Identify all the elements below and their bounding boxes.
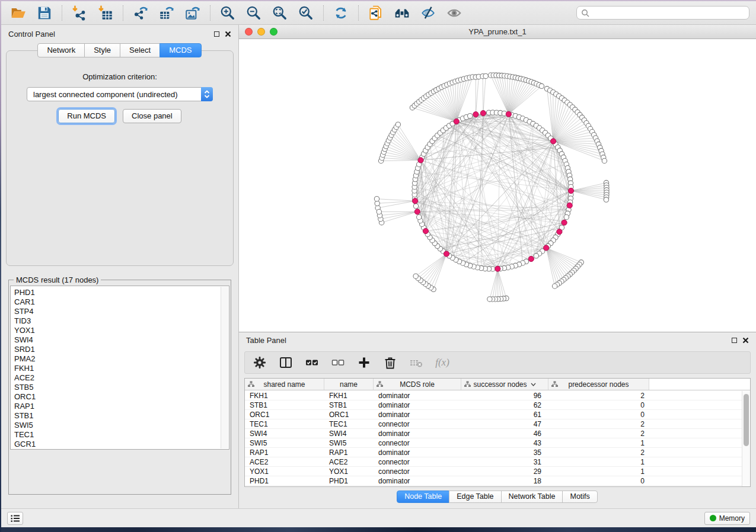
status-list-button[interactable] <box>7 512 23 525</box>
network-canvas[interactable] <box>239 39 756 332</box>
cell[interactable]: 0 <box>548 400 649 409</box>
cell[interactable]: 46 <box>461 429 548 438</box>
cell[interactable]: dominator <box>374 410 461 419</box>
table-row[interactable]: RAP1RAP1dominator352 <box>245 448 742 457</box>
result-list-scrollbar[interactable] <box>221 287 228 448</box>
mcds-result-item[interactable]: TEC1 <box>14 430 229 440</box>
column-header[interactable]: shared name <box>245 379 324 390</box>
mcds-result-item[interactable]: ORC1 <box>14 392 229 402</box>
cell[interactable]: STB1 <box>245 400 324 409</box>
tab-network[interactable]: Network <box>37 43 85 57</box>
table-row[interactable]: SWI4SWI4dominator462 <box>245 429 742 438</box>
cell[interactable]: 29 <box>461 467 548 476</box>
table-row[interactable]: TEC1TEC1connector472 <box>245 419 742 429</box>
close-table-panel-button[interactable] <box>742 337 749 344</box>
cell[interactable]: connector <box>374 467 461 476</box>
table-scrollbar[interactable] <box>742 391 750 486</box>
mcds-result-item[interactable]: PHD1 <box>14 288 229 297</box>
cell[interactable]: 1 <box>548 438 649 447</box>
mcds-result-item[interactable]: ACE2 <box>14 373 229 383</box>
zoom-fit-icon[interactable] <box>269 4 291 23</box>
settings-gear-icon[interactable] <box>250 353 270 372</box>
close-mcds-panel-button[interactable]: Close panel <box>123 109 181 123</box>
cell[interactable]: dominator <box>374 429 461 438</box>
cell[interactable]: ACE2 <box>245 457 324 466</box>
cell[interactable]: SWI5 <box>245 438 324 447</box>
import-network-icon[interactable] <box>69 4 90 23</box>
close-window-icon[interactable] <box>245 28 253 36</box>
save-session-icon[interactable] <box>34 4 55 23</box>
zoom-in-icon[interactable] <box>217 4 238 23</box>
hide-selected-icon[interactable] <box>417 4 439 23</box>
add-icon[interactable] <box>354 353 374 372</box>
tab-edge-table[interactable]: Edge Table <box>449 491 501 503</box>
mcds-result-item[interactable]: PMA2 <box>14 354 229 364</box>
cell[interactable]: dominator <box>374 448 461 457</box>
cell[interactable]: 62 <box>461 400 548 409</box>
open-file-icon[interactable] <box>8 4 29 23</box>
zoom-out-icon[interactable] <box>243 4 264 23</box>
mcds-result-item[interactable]: YOX1 <box>14 326 229 335</box>
cell[interactable]: 0 <box>548 410 649 419</box>
cell[interactable]: YOX1 <box>324 467 374 476</box>
import-table-icon[interactable] <box>95 4 116 23</box>
column-header[interactable]: successor nodes <box>461 379 548 390</box>
tab-select[interactable]: Select <box>120 43 160 57</box>
table-row[interactable]: STB1STB1dominator620 <box>245 400 742 410</box>
cell[interactable]: 31 <box>461 457 548 466</box>
network-graph[interactable] <box>239 39 751 332</box>
table-row[interactable]: PHD1PHD1dominator180 <box>245 476 742 486</box>
cell[interactable]: dominator <box>374 391 461 400</box>
cell[interactable]: SWI5 <box>324 438 374 447</box>
cell[interactable]: TEC1 <box>245 419 324 428</box>
cell[interactable]: connector <box>374 419 461 428</box>
network-window-titlebar[interactable]: YPA_prune.txt_1 <box>239 25 756 39</box>
mcds-result-item[interactable]: STB1 <box>14 411 229 421</box>
cell[interactable]: FKH1 <box>245 391 324 400</box>
zoom-selected-icon[interactable] <box>295 4 317 23</box>
mcds-result-item[interactable]: FKH1 <box>14 364 229 373</box>
mcds-result-item[interactable]: SWI5 <box>14 421 229 430</box>
cell[interactable]: 47 <box>461 419 548 428</box>
table-row[interactable]: FKH1FKH1dominator962 <box>245 391 742 400</box>
maximize-window-icon[interactable] <box>270 28 277 36</box>
cell[interactable]: ORC1 <box>245 410 324 419</box>
column-header[interactable]: predecessor nodes <box>548 379 649 390</box>
mcds-result-item[interactable]: STB5 <box>14 383 229 392</box>
memory-button[interactable]: Memory <box>704 512 750 525</box>
cell[interactable]: 2 <box>548 429 649 438</box>
tab-motifs[interactable]: Motifs <box>562 491 597 503</box>
export-network-icon[interactable] <box>130 4 151 23</box>
cell[interactable]: 1 <box>548 467 649 476</box>
delete-icon[interactable] <box>380 353 400 372</box>
cell[interactable]: 43 <box>461 438 548 447</box>
cell[interactable]: dominator <box>374 476 461 485</box>
cell[interactable]: 96 <box>461 391 548 400</box>
criterion-select[interactable]: largest connected component (undirected) <box>27 87 213 101</box>
cell[interactable]: connector <box>374 438 461 447</box>
cell[interactable]: 2 <box>548 419 649 428</box>
search-box[interactable] <box>576 6 749 20</box>
column-header[interactable]: MCDS role <box>374 379 461 390</box>
float-table-panel-button[interactable] <box>732 338 737 343</box>
cell[interactable]: STB1 <box>324 400 374 409</box>
cell[interactable]: PHD1 <box>324 476 374 485</box>
select-all-icon[interactable] <box>302 353 322 372</box>
mcds-result-item[interactable]: STP4 <box>14 307 229 316</box>
minimize-window-icon[interactable] <box>257 28 265 36</box>
mcds-result-list[interactable]: PHD1CAR1STP4TID3YOX1SWI4SRD1PMA2FKH1ACE2… <box>10 286 229 450</box>
search-input[interactable] <box>592 9 745 17</box>
cell[interactable]: 2 <box>548 448 649 457</box>
find-icon[interactable] <box>391 4 413 23</box>
run-mcds-button[interactable]: Run MCDS <box>58 109 115 123</box>
cell[interactable]: RAP1 <box>245 448 324 457</box>
cell[interactable]: TEC1 <box>324 419 374 428</box>
cell[interactable]: ACE2 <box>324 457 374 466</box>
mcds-result-item[interactable]: TID3 <box>14 316 229 326</box>
export-table-icon[interactable] <box>156 4 177 23</box>
cell[interactable]: PHD1 <box>245 476 324 485</box>
show-all-icon[interactable] <box>444 4 465 23</box>
tab-network-table[interactable]: Network Table <box>501 491 563 503</box>
table-row[interactable]: ORC1ORC1dominator610 <box>245 410 742 419</box>
table-scrollbar-thumb[interactable] <box>744 394 749 446</box>
